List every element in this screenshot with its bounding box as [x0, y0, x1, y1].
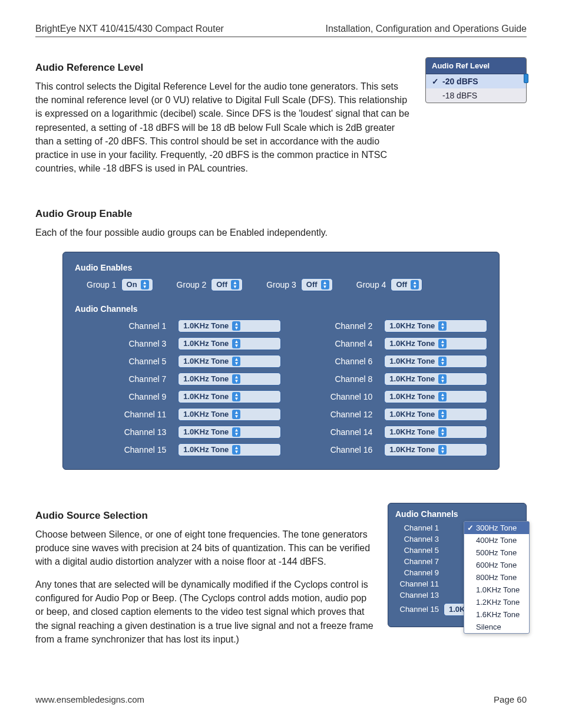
- group-enable-item: Group 3Off: [266, 278, 333, 291]
- stepper-icon: [232, 374, 240, 384]
- channel-label: Channel 1: [87, 321, 166, 331]
- dropdown-value: 1.0KHz Tone: [389, 409, 435, 420]
- group-label: Group 4: [356, 280, 386, 289]
- dropdown-value: 1.0KHz Tone: [389, 426, 435, 438]
- channel-tone-select[interactable]: 1.0KHz Tone: [178, 443, 281, 456]
- stepper-icon: [232, 445, 240, 454]
- channel-label: Channel 3: [87, 339, 166, 348]
- tone-menu-item[interactable]: 800Hz Tone: [464, 571, 529, 584]
- dropdown-value: On: [127, 279, 137, 291]
- channel-tone-select[interactable]: 1.0KHz Tone: [384, 373, 487, 386]
- channel-tone-select[interactable]: 1.0KHz Tone: [384, 319, 487, 332]
- channel-label: Channel 11: [395, 579, 439, 588]
- channel-tone-select[interactable]: 1.0KHz Tone: [178, 319, 281, 332]
- tone-menu-item[interactable]: 400Hz Tone: [464, 534, 529, 546]
- channel-label: Channel 1: [395, 523, 439, 532]
- group-enable-select[interactable]: Off: [391, 278, 422, 291]
- channel-tone-select[interactable]: 1.0KHz Tone: [384, 408, 487, 421]
- header-left: BrightEye NXT 410/415/430 Compact Router: [35, 24, 224, 34]
- channel-tone-select[interactable]: 1.0KHz Tone: [384, 337, 487, 350]
- dropdown-value: 1.0KHz Tone: [389, 338, 435, 350]
- footer-url: www.ensembledesigns.com: [35, 694, 144, 704]
- audio-ref-level-option-20[interactable]: ✓ -20 dBFS: [426, 74, 526, 88]
- stepper-icon: [438, 357, 447, 366]
- group-enable-select[interactable]: Off: [301, 278, 333, 291]
- stepper-icon: [438, 321, 447, 331]
- channel-label: Channel 4: [293, 339, 372, 348]
- heading-audio-source-selection: Audio Source Selection: [35, 510, 376, 522]
- tone-menu-item[interactable]: 500Hz Tone: [464, 546, 529, 559]
- dropdown-value: Off: [216, 279, 227, 291]
- audio-channels-header: Audio Channels: [75, 304, 487, 314]
- tone-menu-item[interactable]: 1.6KHz Tone: [464, 608, 529, 621]
- dropdown-value: 1.0KHz Tone: [389, 444, 435, 456]
- tone-menu-item[interactable]: Silence: [464, 621, 529, 633]
- tone-menu-item[interactable]: 300Hz Tone: [464, 522, 529, 534]
- channel-label: Channel 13: [87, 427, 166, 437]
- dropdown-value: 1.0KHz Tone: [183, 355, 229, 367]
- audio-channels-side-panel: Audio Channels Channel 1Channel 3Channel…: [388, 503, 527, 627]
- dropdown-value: 1.0KHz Tone: [183, 444, 229, 456]
- dropdown-value: 1.0KHz Tone: [183, 373, 229, 385]
- channel-tone-select[interactable]: 1.0KHz Tone: [178, 337, 281, 350]
- channel-tone-select[interactable]: 1.0KHz Tone: [178, 355, 281, 368]
- group-label: Group 2: [177, 280, 207, 289]
- heading-audio-group-enable: Audio Group Enable: [35, 208, 527, 220]
- audio-enables-panel: Audio Enables Group 1OnGroup 2OffGroup 3…: [62, 252, 500, 470]
- footer-page: Page 60: [494, 694, 527, 704]
- section-audio-ref-level: Audio Reference Level This control selec…: [35, 51, 527, 185]
- dropdown-value: 1.0KHz Tone: [183, 391, 229, 403]
- para-audio-source-2: Any tones that are selected will be dyna…: [35, 578, 376, 646]
- tone-menu-item[interactable]: 1.0KHz Tone: [464, 584, 529, 596]
- group-enable-item: Group 4Off: [356, 278, 423, 291]
- header-right: Installation, Configuration and Operatio…: [325, 24, 527, 34]
- dropdown-value: 1.0KHz Tone: [183, 338, 229, 350]
- group-enable-select[interactable]: On: [121, 278, 153, 291]
- channel-tone-select[interactable]: 1.0KHz Tone: [178, 408, 281, 421]
- group-enable-select[interactable]: Off: [211, 278, 243, 291]
- channel-label: Channel 3: [395, 535, 439, 543]
- channel-tone-select[interactable]: 1.0KHz Tone: [384, 426, 487, 439]
- figure-audio-channels-menu: Audio Channels Channel 1Channel 3Channel…: [388, 499, 527, 627]
- channel-tone-select[interactable]: 1.0KHz Tone: [178, 373, 281, 386]
- channel-label: Channel 11: [87, 410, 166, 419]
- tone-options-menu: 300Hz Tone400Hz Tone500Hz Tone600Hz Tone…: [464, 521, 530, 634]
- dropdown-handle-icon[interactable]: [524, 74, 528, 83]
- stepper-icon: [232, 392, 240, 401]
- channel-tone-select[interactable]: 1.0KHz Tone: [384, 390, 487, 403]
- stepper-icon: [141, 280, 149, 289]
- section-audio-source-selection: Audio Source Selection Choose between Si…: [35, 499, 527, 656]
- stepper-icon: [438, 339, 447, 348]
- channel-tone-select[interactable]: 1.0KHz Tone: [178, 390, 281, 403]
- channel-label: Channel 12: [293, 410, 372, 419]
- tone-menu-item[interactable]: 600Hz Tone: [464, 559, 529, 571]
- channel-label: Channel 15: [395, 605, 439, 614]
- audio-channels-grid: Channel 11.0KHz ToneChannel 21.0KHz Tone…: [87, 319, 487, 456]
- dropdown-value: 1.0KHz Tone: [183, 426, 229, 438]
- channel-tone-select[interactable]: 1.0KHz Tone: [384, 443, 487, 456]
- stepper-icon: [232, 410, 240, 419]
- channel-label: Channel 2: [293, 321, 372, 331]
- channel-label: Channel 13: [395, 591, 439, 599]
- stepper-icon: [438, 445, 447, 454]
- audio-enables-row: Group 1OnGroup 2OffGroup 3OffGroup 4Off: [87, 278, 487, 291]
- channel-label: Channel 10: [293, 392, 372, 401]
- dropdown-value: 1.0KHz Tone: [389, 355, 435, 367]
- dropdown-value: Off: [396, 279, 407, 291]
- stepper-icon: [231, 280, 239, 289]
- figure-audio-ref-level: Audio Ref Level ✓ -20 dBFS -18 dBFS: [425, 51, 527, 103]
- dropdown-value: 1.0KHz Tone: [183, 409, 229, 420]
- channel-label: Channel 9: [395, 568, 439, 577]
- para-audio-source-1: Choose between Silence, or one of eight …: [35, 528, 376, 569]
- channel-label: Channel 7: [87, 374, 166, 384]
- channel-tone-select[interactable]: 1.0KHz Tone: [384, 355, 487, 368]
- audio-ref-level-option-18[interactable]: -18 dBFS: [426, 88, 526, 103]
- tone-menu-item[interactable]: 1.2KHz Tone: [464, 596, 529, 608]
- dropdown-value: Off: [306, 279, 318, 291]
- channel-label: Channel 14: [293, 427, 372, 437]
- stepper-icon: [321, 280, 329, 289]
- channel-tone-select[interactable]: 1.0KHz Tone: [178, 426, 281, 439]
- page-footer: www.ensembledesigns.com Page 60: [35, 694, 527, 704]
- channel-label: Channel 16: [293, 445, 372, 454]
- heading-audio-ref-level: Audio Reference Level: [35, 62, 414, 74]
